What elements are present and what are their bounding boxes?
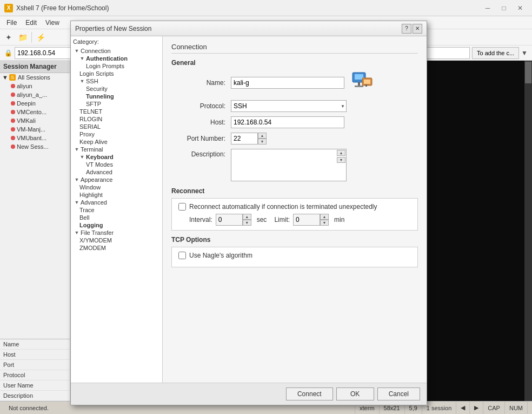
reconnect-checkbox-row: Reconnect automatically if connection is… bbox=[178, 203, 411, 211]
session-new[interactable]: New Sess... bbox=[0, 142, 70, 151]
tree-window[interactable]: Window bbox=[73, 183, 160, 191]
tree-terminal[interactable]: ▼ Terminal bbox=[73, 146, 160, 153]
tree-rlogin[interactable]: RLOGIN bbox=[73, 115, 160, 123]
tree-appearance[interactable]: ▼ Appearance bbox=[73, 176, 160, 183]
tree-telnet[interactable]: TELNET bbox=[73, 108, 160, 115]
tree-security[interactable]: Security bbox=[73, 85, 160, 93]
tree-login-prompts[interactable]: Login Prompts bbox=[73, 62, 160, 70]
reconnect-checkbox[interactable] bbox=[178, 203, 186, 211]
nav-next-icon[interactable]: ▶ bbox=[470, 402, 483, 414]
session-vmcento[interactable]: VMCento... bbox=[0, 108, 70, 116]
limit-input[interactable] bbox=[293, 214, 320, 226]
terminal-scrollbar[interactable] bbox=[524, 61, 532, 401]
cancel-button[interactable]: Cancel bbox=[377, 387, 420, 400]
tree-keyboard[interactable]: ▼ Keyboard bbox=[73, 153, 160, 161]
tree-ssh[interactable]: ▼ SSH bbox=[73, 77, 160, 85]
port-spin-down[interactable]: ▼ bbox=[258, 139, 267, 144]
reconnect-section-title: Reconnect bbox=[171, 187, 418, 195]
lock-icon: 🔒 bbox=[4, 49, 12, 57]
tree-xymodem[interactable]: X/YMODEM bbox=[73, 236, 160, 244]
port-spin-buttons: ▲ ▼ bbox=[258, 133, 267, 144]
collapse-icon: ▼ bbox=[74, 48, 79, 54]
tree-zmodem[interactable]: ZMODEM bbox=[73, 244, 160, 252]
sidebar-footer-name: Name bbox=[0, 339, 70, 350]
minimize-button[interactable]: ─ bbox=[480, 2, 495, 14]
tree-keepalive[interactable]: Keep Alive bbox=[73, 138, 160, 146]
dialog-help-button[interactable]: ? bbox=[402, 24, 411, 34]
tree-bell[interactable]: Bell bbox=[73, 214, 160, 221]
limit-spin-down[interactable]: ▼ bbox=[320, 220, 329, 226]
tree-connection[interactable]: ▼ Connection bbox=[73, 47, 160, 55]
session-status-dot bbox=[11, 101, 15, 106]
app-icon: X bbox=[4, 4, 13, 12]
ok-button[interactable]: OK bbox=[336, 387, 374, 400]
host-label: Host: bbox=[171, 119, 231, 126]
textarea-scroll-up[interactable]: ▲ bbox=[337, 150, 345, 156]
tree-proxy[interactable]: Proxy bbox=[73, 130, 160, 138]
dialog-close-button[interactable]: ✕ bbox=[413, 24, 422, 34]
session-aliyun-a[interactable]: aliyun_a_... bbox=[0, 90, 70, 99]
session-aliyun[interactable]: aliyun bbox=[0, 82, 70, 90]
tree-trace[interactable]: Trace bbox=[73, 206, 160, 214]
maximize-button[interactable]: □ bbox=[496, 2, 511, 14]
add-connection-button[interactable]: To add the c... bbox=[472, 47, 519, 59]
svg-rect-6 bbox=[365, 84, 367, 87]
protocol-row: Protocol: SSH TELNET RLOGIN SERIAL ▼ bbox=[171, 100, 418, 112]
scrollbar-thumb[interactable] bbox=[525, 62, 531, 83]
properties-dialog: Properties of New Session ? ✕ Category: … bbox=[70, 21, 427, 405]
port-row: Port Number: ▲ ▼ bbox=[171, 133, 418, 144]
collapse-icon: ▼ bbox=[74, 200, 79, 205]
tree-filetransfer[interactable]: ▼ File Transfer bbox=[73, 229, 160, 236]
session-status-dot bbox=[11, 110, 15, 114]
nagle-checkbox[interactable] bbox=[178, 252, 186, 259]
connect-button[interactable]: ⚡ bbox=[34, 31, 47, 44]
session-status-dot bbox=[11, 84, 15, 88]
session-deepin[interactable]: Deepin bbox=[0, 99, 70, 108]
all-sessions-group[interactable]: ▼ S All Sessions bbox=[0, 73, 70, 82]
tree-sftp[interactable]: SFTP bbox=[73, 100, 160, 108]
textarea-scroll-down[interactable]: ▼ bbox=[337, 157, 345, 163]
open-folder-button[interactable]: 📁 bbox=[16, 31, 29, 44]
name-input[interactable] bbox=[231, 77, 344, 89]
protocol-select[interactable]: SSH TELNET RLOGIN SERIAL bbox=[231, 101, 346, 111]
name-label: Name: bbox=[171, 79, 231, 87]
nav-prev-icon[interactable]: ◀ bbox=[456, 402, 470, 414]
props-section-title: Connection bbox=[171, 43, 418, 54]
tree-advanced-terminal[interactable]: Advanced bbox=[73, 168, 160, 176]
menu-file[interactable]: File bbox=[2, 18, 21, 28]
textarea-scrollbar: ▲ ▼ bbox=[337, 150, 345, 163]
interval-spin-down[interactable]: ▼ bbox=[243, 220, 251, 226]
collapse-icon: ▼ bbox=[74, 147, 79, 152]
tree-serial[interactable]: SERIAL bbox=[73, 123, 160, 130]
session-vmmanj[interactable]: VM-Manj... bbox=[0, 125, 70, 134]
app-title: Xshell 7 (Free for Home/School) bbox=[16, 4, 480, 12]
connect-button[interactable]: Connect bbox=[286, 387, 333, 400]
menu-edit[interactable]: Edit bbox=[21, 18, 41, 28]
tree-tunneling[interactable]: Tunneling bbox=[73, 93, 160, 100]
new-button[interactable]: ✦ bbox=[2, 31, 15, 44]
tree-vt-modes[interactable]: VT Modes bbox=[73, 161, 160, 168]
session-vmubant[interactable]: VMUbant... bbox=[0, 134, 70, 142]
menu-view[interactable]: View bbox=[41, 18, 64, 28]
close-button[interactable]: ✕ bbox=[513, 2, 528, 14]
collapse-icon: ▼ bbox=[74, 230, 79, 235]
session-vmkali[interactable]: VMKali bbox=[0, 116, 70, 125]
session-manager-sidebar: Session Manager ▼ S All Sessions aliyun … bbox=[0, 61, 70, 401]
interval-input[interactable] bbox=[216, 214, 243, 226]
tree-logging[interactable]: Logging bbox=[73, 221, 160, 229]
expand-icon: ▼ bbox=[2, 74, 8, 81]
interval-spin-buttons: ▲ ▼ bbox=[243, 214, 251, 226]
tree-login-scripts[interactable]: Login Scripts bbox=[73, 70, 160, 77]
description-input[interactable] bbox=[231, 149, 347, 181]
host-row: Host: bbox=[171, 116, 418, 128]
tree-advanced[interactable]: ▼ Advanced bbox=[73, 199, 160, 206]
session-list: ▼ S All Sessions aliyun aliyun_a_... Dee… bbox=[0, 73, 70, 339]
tree-highlight[interactable]: Highlight bbox=[73, 191, 160, 199]
interval-spin-up[interactable]: ▲ bbox=[243, 214, 251, 220]
port-spin-up[interactable]: ▲ bbox=[258, 133, 267, 139]
tree-authentication[interactable]: ▼ Authentication bbox=[73, 55, 160, 62]
host-input[interactable] bbox=[231, 116, 344, 128]
limit-spin-up[interactable]: ▲ bbox=[320, 214, 329, 220]
port-input[interactable] bbox=[231, 133, 258, 144]
session-name: VMUbant... bbox=[17, 135, 46, 141]
